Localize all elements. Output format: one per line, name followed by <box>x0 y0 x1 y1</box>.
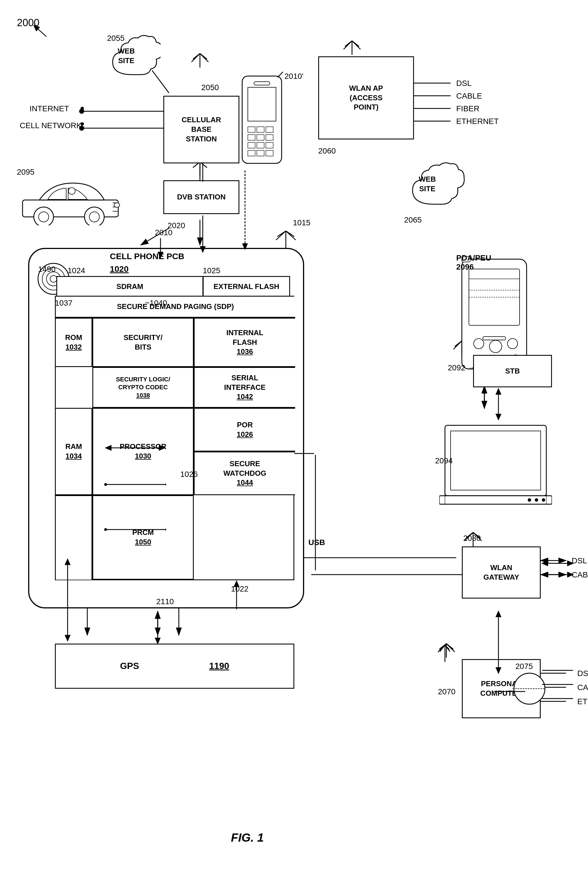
sdram-box: SDRAM <box>56 276 203 297</box>
rom-label: ROM1032 <box>65 333 82 352</box>
ethernet-label-1: ETHERNET <box>456 117 499 126</box>
figure-title: FIG. 1 <box>231 831 264 844</box>
monitor-2094 <box>439 420 552 510</box>
security-bits-label: SECURITY/BITS <box>124 333 163 352</box>
svg-rect-80 <box>257 127 264 132</box>
svg-point-106 <box>50 276 57 282</box>
svg-line-9 <box>200 54 208 62</box>
ref-2070-arrow: 2070 <box>438 687 455 696</box>
ref-2075: 2075 <box>515 662 533 671</box>
ethernet-label-2: ETHERNET <box>577 697 588 706</box>
svg-rect-87 <box>266 142 273 148</box>
dvb-station-box: DVB STATION <box>164 180 239 214</box>
ref-2055: 2055 <box>107 34 124 43</box>
security-bits-box: SECURITY/BITS <box>92 318 194 367</box>
internal-flash-box: INTERNALFLASH1036 <box>194 318 295 367</box>
svg-point-101 <box>114 203 120 207</box>
svg-point-102 <box>68 188 75 194</box>
web-site-top-label: WEBSITE <box>118 46 135 66</box>
internal-flash-label: INTERNALFLASH1036 <box>226 328 263 357</box>
ref-1040: ~1040 <box>145 298 167 308</box>
security-logic-label: SECURITY LOGIC/CRYPTO CODEC1038 <box>116 375 170 400</box>
dvb-station-label: DVB STATION <box>177 192 226 202</box>
ref-2010-prime: 2010' <box>284 72 304 81</box>
ref-2080: 2080 <box>463 534 481 543</box>
svg-point-75 <box>81 107 84 110</box>
mobile-phone-2010 <box>234 70 290 169</box>
sdp-label: SECURE DEMAND PAGING (SDP) <box>117 302 234 312</box>
ref-2092: 2092 → <box>448 363 476 372</box>
por-label: POR1026 <box>237 420 253 440</box>
gps-box: GPS 1190 <box>55 644 294 689</box>
prcm-box: PRCM1050 <box>92 495 194 580</box>
wlan-gateway-label: WLANGATEWAY <box>483 563 519 582</box>
svg-line-6 <box>193 54 200 59</box>
secure-watchdog-box: SECUREWATCHDOG1044 <box>194 452 295 495</box>
svg-point-134 <box>474 339 484 349</box>
cellular-base-station-box: CELLULARBASESTATION <box>164 96 239 164</box>
ref-2065: 2065 <box>404 216 422 225</box>
secure-watchdog-label: SECUREWATCHDOG1044 <box>224 459 266 488</box>
cellular-base-station-label: CELLULARBASESTATION <box>182 115 221 144</box>
web-site-right-label: WEBSITE <box>419 175 436 194</box>
ram-label: RAM1034 <box>65 442 82 461</box>
svg-rect-79 <box>248 127 255 132</box>
svg-point-136 <box>507 339 518 349</box>
ref-2096: PDA/PEU2096 <box>456 254 491 272</box>
ram-lower-box <box>56 495 92 580</box>
svg-rect-86 <box>257 142 264 148</box>
ref-1037: 1037 <box>55 298 72 308</box>
ref-1490: 1490 <box>38 265 56 274</box>
svg-point-148 <box>542 498 545 502</box>
svg-rect-137 <box>483 337 506 340</box>
svg-rect-144 <box>451 431 541 490</box>
svg-rect-89 <box>257 150 264 156</box>
internet-label: INTERNET <box>30 104 69 113</box>
sdram-label: SDRAM <box>116 282 143 291</box>
ref-1015: 1015 <box>293 218 310 227</box>
por-box: POR1026 <box>194 408 295 452</box>
svg-point-147 <box>535 498 538 502</box>
svg-line-20 <box>352 41 359 46</box>
svg-line-8 <box>192 54 200 62</box>
security-logic-box: SECURITY LOGIC/CRYPTO CODEC1038 <box>92 367 194 408</box>
fiber-label: FIBER <box>456 104 479 113</box>
svg-rect-78 <box>248 87 276 121</box>
svg-line-21 <box>344 41 352 49</box>
svg-rect-85 <box>248 142 255 148</box>
svg-line-68 <box>278 231 286 237</box>
ref-2060: 2060 <box>318 147 336 156</box>
svg-line-22 <box>352 41 360 49</box>
svg-rect-91 <box>254 82 270 85</box>
svg-rect-82 <box>248 135 255 140</box>
wlan-ap-box: WLAN AP(ACCESSPOINT) <box>318 56 414 140</box>
dsl-label-1: DSL <box>456 79 471 88</box>
wlan-gateway-box: WLANGATEWAY <box>462 546 541 598</box>
external-flash-box: EXTERNAL FLASH <box>203 276 290 297</box>
ref-1026: 1026 <box>180 470 198 479</box>
pcb-ref-1020: 1020 <box>110 264 129 274</box>
cable-label-1: CABLE <box>456 92 482 100</box>
svg-rect-83 <box>257 135 264 140</box>
car-2095 <box>17 169 124 225</box>
svg-line-7 <box>200 54 207 59</box>
sdp-inner-box: SECURE DEMAND PAGING (SDP) ROM1032 SECUR… <box>55 296 294 580</box>
svg-point-97 <box>89 212 99 222</box>
svg-rect-84 <box>266 135 273 140</box>
svg-line-71 <box>286 231 296 240</box>
svg-rect-88 <box>248 150 255 156</box>
rom-box: ROM1032 <box>56 318 92 367</box>
cable-label-3: CABLE <box>577 683 588 692</box>
ref-2050: 2050 <box>201 83 219 92</box>
cell-phone-pcb-label: CELL PHONE PCB <box>110 252 184 261</box>
svg-rect-81 <box>266 127 273 132</box>
svg-point-146 <box>528 498 531 502</box>
svg-line-92 <box>278 72 283 78</box>
stb-box: STB <box>473 355 552 387</box>
svg-line-158 <box>440 645 445 651</box>
cell-network-label: CELL NETWORK <box>20 121 82 130</box>
serial-interface-box: SERIALINTERFACE1042 <box>194 367 295 408</box>
svg-line-69 <box>286 231 294 237</box>
wlan-ap-label: WLAN AP(ACCESSPOINT) <box>349 84 383 112</box>
ref-1024: 1024 <box>68 266 85 275</box>
